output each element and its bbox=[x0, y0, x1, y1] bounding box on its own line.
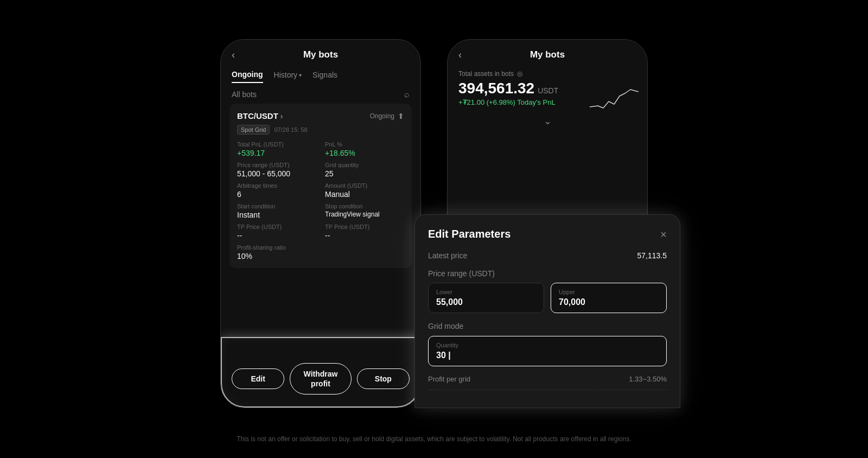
right-phone-header: ‹ My bots bbox=[448, 40, 647, 66]
bot-card: BTC/USDT › Ongoing ⬆ Spot Grid 07/28 15:… bbox=[229, 104, 412, 268]
edit-parameters-modal: Edit Parameters × Latest price 57,113.5 … bbox=[414, 214, 680, 408]
upper-price-input[interactable]: Upper 70,000 bbox=[551, 283, 667, 313]
right-phone-wrapper: ‹ My bots Total assets in bots ◎ 394,561… bbox=[447, 39, 648, 408]
chevron-down-icon[interactable]: ⌄ bbox=[544, 115, 552, 127]
search-row: All bots ⌕ bbox=[221, 85, 420, 104]
tab-signals[interactable]: Signals bbox=[312, 71, 337, 82]
stat-tp-price-1: TP Price (USDT) -- bbox=[237, 224, 316, 240]
assets-section: Total assets in bots ◎ 394,561.32 USDT +… bbox=[448, 66, 647, 113]
bot-date: 07/28 15: 58 bbox=[274, 126, 307, 133]
left-phone-header: ‹ My bots bbox=[221, 40, 420, 66]
search-icon[interactable]: ⌕ bbox=[404, 90, 410, 99]
tabs-row: Ongoing History ▾ Signals bbox=[221, 66, 420, 85]
tab-history[interactable]: History ▾ bbox=[274, 71, 302, 82]
lower-value: 55,000 bbox=[436, 297, 536, 307]
bot-status: Ongoing bbox=[370, 112, 394, 120]
latest-price-value: 57,113.5 bbox=[637, 251, 667, 260]
modal-header: Edit Parameters × bbox=[428, 228, 667, 240]
grid-mode-section: Grid mode Quantity 30 | bbox=[428, 322, 667, 366]
all-bots-label: All bots bbox=[232, 90, 404, 99]
price-range-label: Price range (USDT) bbox=[428, 269, 495, 278]
right-phone-title: My bots bbox=[530, 49, 565, 60]
stat-start-condition: Start condition Instant bbox=[237, 203, 316, 219]
bot-tags: Spot Grid 07/28 15: 58 bbox=[237, 125, 404, 135]
bot-status-row: Ongoing ⬆ bbox=[370, 112, 404, 120]
bot-stats-grid: Total PnL (USDT) +539.17 PnL % +18.65% P… bbox=[237, 141, 404, 260]
profit-per-grid-value: 1.33~3.50% bbox=[629, 375, 667, 383]
disclaimer: This is not an offer or solicitation to … bbox=[237, 435, 631, 443]
lower-price-input[interactable]: Lower 55,000 bbox=[428, 283, 544, 313]
price-range-header: Price range (USDT) bbox=[428, 269, 667, 278]
share-icon[interactable]: ⬆ bbox=[398, 112, 404, 120]
left-phone-title: My bots bbox=[303, 49, 338, 60]
stat-amount: Amount (USDT) Manual bbox=[325, 182, 404, 199]
quantity-input[interactable]: Quantity 30 | bbox=[428, 336, 667, 366]
latest-price-row: Latest price 57,113.5 bbox=[428, 251, 667, 260]
edit-button[interactable]: Edit bbox=[232, 368, 284, 389]
assets-value-row: 394,561.32 USDT bbox=[458, 80, 636, 97]
bot-type-tag: Spot Grid bbox=[237, 125, 270, 135]
stat-tp-price-2: TP Price (USDT) -- bbox=[325, 224, 404, 240]
upper-label: Upper bbox=[559, 289, 659, 295]
grid-mode-label: Grid mode bbox=[428, 322, 667, 330]
history-arrow: ▾ bbox=[299, 72, 302, 78]
bot-card-header: BTC/USDT › Ongoing ⬆ bbox=[237, 111, 404, 120]
sparkline-chart bbox=[590, 85, 639, 112]
price-range-inputs: Lower 55,000 Upper 70,000 bbox=[428, 283, 667, 313]
tab-ongoing[interactable]: Ongoing bbox=[232, 70, 263, 83]
eye-icon[interactable]: ◎ bbox=[517, 70, 522, 78]
stop-button[interactable]: Stop bbox=[357, 368, 410, 389]
profit-per-grid-label: Profit per grid bbox=[428, 375, 470, 383]
back-button[interactable]: ‹ bbox=[232, 49, 235, 61]
quantity-value: 30 | bbox=[436, 351, 659, 360]
withdraw-profit-button[interactable]: Withdraw profit bbox=[290, 363, 351, 395]
assets-value: 394,561.32 bbox=[458, 80, 534, 97]
assets-label: Total assets in bots ◎ bbox=[458, 70, 636, 78]
chevron-row: ⌄ bbox=[448, 113, 647, 129]
right-back-button[interactable]: ‹ bbox=[458, 49, 462, 61]
upper-value: 70,000 bbox=[559, 297, 659, 307]
left-phone: ‹ My bots Ongoing History ▾ Signals All … bbox=[220, 39, 421, 408]
stat-stop-condition: Stop condition TradingView signal bbox=[325, 203, 404, 219]
stat-price-range: Price range (USDT) 51,000 - 65,000 bbox=[237, 162, 316, 178]
modal-title: Edit Parameters bbox=[428, 228, 510, 240]
latest-price-label: Latest price bbox=[428, 251, 467, 260]
bot-pair: BTC/USDT › bbox=[237, 111, 283, 120]
lower-label: Lower bbox=[436, 289, 536, 295]
right-phone-content: Total assets in bots ◎ 394,561.32 USDT +… bbox=[448, 66, 647, 129]
profit-per-grid-row: Profit per grid 1.33~3.50% bbox=[428, 375, 667, 390]
assets-currency: USDT bbox=[538, 86, 558, 95]
bot-actions: Edit Withdraw profit Stop bbox=[221, 354, 420, 408]
stat-total-pnl: Total PnL (USDT) +539.17 bbox=[237, 141, 316, 157]
stat-arbitrage: Arbitrage times 6 bbox=[237, 182, 316, 199]
stat-profit-ratio: Profit-sharing ratio 10% bbox=[237, 244, 316, 260]
pair-arrow: › bbox=[280, 112, 283, 120]
stat-grid-quantity: Grid quantity 25 bbox=[325, 162, 404, 178]
left-phone-content: Ongoing History ▾ Signals All bots ⌕ BTC… bbox=[221, 66, 420, 268]
quantity-label: Quantity bbox=[436, 342, 659, 348]
modal-close-button[interactable]: × bbox=[660, 229, 667, 240]
stat-pnl-pct: PnL % +18.65% bbox=[325, 141, 404, 157]
